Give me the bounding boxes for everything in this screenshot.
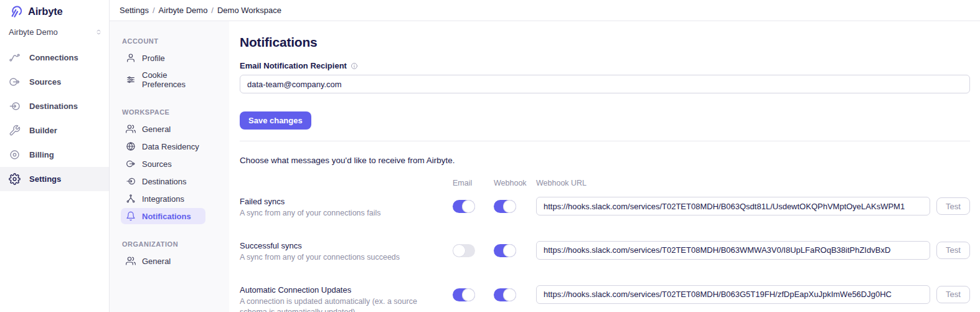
email-toggle[interactable]: [453, 244, 475, 257]
webhook-url-input[interactable]: [536, 197, 930, 215]
row-description: A sync from any of your connections succ…: [240, 252, 445, 263]
sidebar-item-label: Builder: [29, 126, 57, 135]
toggle-knob: [503, 200, 516, 213]
user-icon: [126, 53, 136, 63]
email-toggle[interactable]: [453, 288, 475, 301]
app-sidebar: Airbyte Airbyte Demo Connections Sources…: [0, 0, 110, 312]
row-title: Successful syncs: [240, 241, 446, 250]
sidebar-item-label: Destinations: [29, 102, 78, 111]
notifications-table-header: Email Webhook Webhook URL: [240, 179, 970, 187]
workspace-selector[interactable]: Airbyte Demo: [0, 21, 109, 43]
settings-nav-section-workspace: WORKSPACE General Data Residency: [122, 108, 219, 224]
notification-row-label: Automatic Connection Updates A connectio…: [240, 285, 446, 312]
bell-icon: [126, 211, 136, 221]
breadcrumb-settings[interactable]: Settings: [120, 6, 149, 15]
settings-nav-item-integrations[interactable]: Integrations: [121, 191, 205, 207]
sliders-icon: [126, 75, 136, 85]
webhook-toggle[interactable]: [494, 244, 516, 257]
content-area: Settings / Airbyte Demo / Demo Workspace…: [110, 0, 980, 312]
toggle-knob: [503, 244, 516, 257]
section-title: ORGANIZATION: [122, 240, 219, 248]
gear-icon: [9, 173, 21, 185]
sidebar-item-label: Sources: [29, 77, 61, 87]
toggle-knob: [462, 288, 475, 301]
settings-nav-label: General: [142, 125, 171, 134]
breadcrumb-airbyte-demo[interactable]: Airbyte Demo: [159, 6, 208, 15]
column-header-webhook: Webhook: [494, 179, 530, 187]
settings-nav-item-notifications[interactable]: Notifications: [121, 208, 205, 224]
settings-nav-label: Cookie Preferences: [142, 70, 208, 89]
brand-name: Airbyte: [28, 6, 62, 17]
settings-nav-section-account: ACCOUNT Profile Cookie Preferences: [122, 37, 219, 92]
settings-nav-item-data-residency[interactable]: Data Residency: [121, 138, 210, 154]
test-button[interactable]: Test: [936, 286, 970, 303]
notification-row-label: Failed syncs A sync from any of your con…: [240, 197, 446, 219]
settings-nav-item-general[interactable]: General: [121, 121, 205, 137]
settings-nav-item-cookie-preferences[interactable]: Cookie Preferences: [121, 67, 219, 92]
wrench-icon: [9, 125, 21, 136]
brand-logo[interactable]: Airbyte: [0, 0, 109, 21]
globe-icon: [126, 141, 136, 151]
topbar: Settings / Airbyte Demo / Demo Workspace: [110, 0, 980, 21]
webhook-toggle[interactable]: [494, 288, 516, 301]
settings-nav: ACCOUNT Profile Cookie Preferences WORKS…: [110, 21, 229, 312]
users-icon: [126, 124, 136, 134]
row-description: A sync from any of your connections fail…: [240, 208, 445, 219]
breadcrumb-demo-workspace[interactable]: Demo Workspace: [217, 6, 281, 15]
breadcrumb-separator: /: [211, 6, 214, 15]
sidebar-item-settings[interactable]: Settings: [0, 167, 109, 191]
sidebar-item-billing[interactable]: Billing: [0, 143, 109, 167]
section-title: WORKSPACE: [122, 108, 219, 116]
info-icon[interactable]: [351, 62, 358, 70]
row-description: A connection is updated automatically (e…: [240, 296, 445, 312]
workspace-selector-label: Airbyte Demo: [9, 27, 58, 37]
divider: [240, 141, 970, 141]
webhook-url-input[interactable]: [536, 241, 930, 260]
sidebar-item-label: Connections: [29, 53, 78, 62]
choose-messages-text: Choose what messages you'd like to recei…: [240, 156, 970, 165]
settings-nav-item-org-general[interactable]: General: [121, 253, 205, 269]
sidebar-item-connections[interactable]: Connections: [0, 45, 109, 70]
email-recipient-label: Email Notification Recipient: [240, 61, 347, 70]
settings-nav-label: Profile: [142, 54, 165, 63]
main-nav: Connections Sources Destinations Builder…: [0, 45, 109, 191]
chevron-updown-icon: [95, 28, 103, 36]
breadcrumb-separator: /: [153, 6, 155, 15]
notifications-table: Failed syncs A sync from any of your con…: [240, 197, 970, 312]
settings-nav-item-destinations[interactable]: Destinations: [121, 173, 205, 189]
sources-icon: [126, 159, 136, 169]
column-header-email: Email: [453, 179, 488, 187]
airbyte-logo-icon: [9, 4, 24, 19]
toggle-knob: [453, 244, 466, 257]
test-button[interactable]: Test: [936, 197, 970, 215]
sidebar-item-builder[interactable]: Builder: [0, 118, 109, 143]
email-recipient-input[interactable]: [240, 75, 970, 93]
sidebar-item-destinations[interactable]: Destinations: [0, 94, 109, 118]
settings-nav-label: Data Residency: [142, 142, 199, 151]
webhook-toggle[interactable]: [494, 200, 516, 213]
row-title: Automatic Connection Updates: [240, 285, 446, 295]
sidebar-item-label: Settings: [29, 174, 61, 184]
settings-nav-item-sources[interactable]: Sources: [121, 156, 205, 172]
integrations-icon: [126, 194, 136, 204]
settings-nav-label: Integrations: [142, 194, 184, 204]
settings-nav-label: Notifications: [142, 212, 191, 221]
settings-nav-item-profile[interactable]: Profile: [121, 50, 205, 66]
sidebar-item-sources[interactable]: Sources: [0, 70, 109, 94]
settings-nav-section-organization: ORGANIZATION General: [122, 240, 219, 269]
save-changes-button[interactable]: Save changes: [240, 111, 311, 130]
column-header-webhook-url: Webhook URL: [536, 179, 930, 187]
section-title: ACCOUNT: [122, 37, 219, 45]
destinations-icon: [126, 176, 136, 186]
row-title: Failed syncs: [240, 197, 446, 206]
email-toggle[interactable]: [453, 200, 475, 213]
settings-nav-label: Destinations: [142, 177, 187, 186]
connections-icon: [9, 52, 21, 64]
notifications-panel: Notifications Email Notification Recipie…: [229, 21, 980, 312]
toggle-knob: [503, 288, 516, 301]
sources-icon: [9, 76, 21, 88]
test-button[interactable]: Test: [936, 242, 970, 259]
sidebar-item-label: Billing: [29, 150, 54, 159]
webhook-url-input[interactable]: [536, 285, 930, 304]
page-title: Notifications: [240, 35, 970, 50]
